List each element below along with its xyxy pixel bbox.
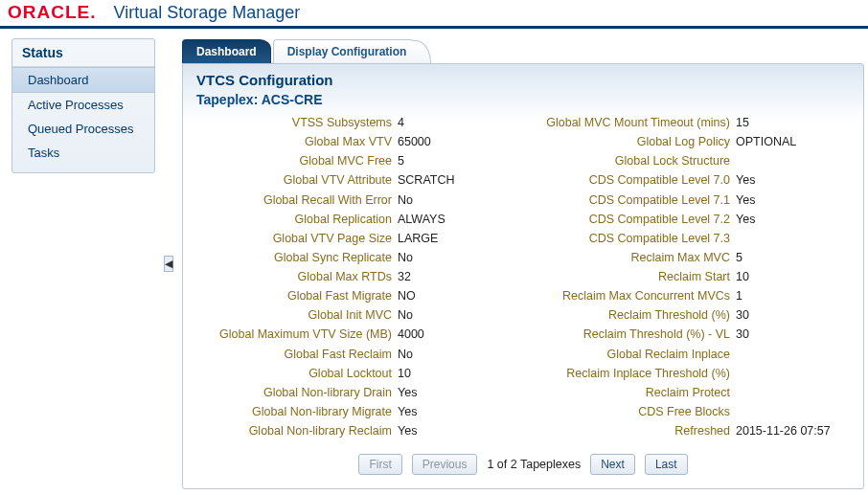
config-label: CDS Compatible Level 7.3 — [535, 230, 736, 247]
tab-strip: DashboardDisplay Configuration — [182, 38, 864, 63]
sidebar-title: Status — [12, 39, 154, 67]
config-value: 30 — [736, 326, 749, 343]
config-value: Yes — [736, 211, 755, 228]
config-value: 30 — [736, 306, 749, 324]
config-value: 5 — [398, 152, 404, 169]
config-row: Global Max VTV65000 — [196, 132, 512, 151]
config-row: Global Non-library MigrateYes — [196, 402, 512, 421]
config-value: ALWAYS — [398, 211, 445, 228]
config-column-left: VTSS Subsystems4Global Max VTV65000Globa… — [196, 113, 512, 440]
sidebar: Status DashboardActive ProcessesQueued P… — [11, 38, 155, 173]
tab-dashboard[interactable]: Dashboard — [182, 39, 271, 63]
config-row: Global Maximum VTV Size (MB)4000 — [196, 325, 512, 344]
config-label: Reclaim Max MVC — [535, 249, 736, 266]
pager: First Previous 1 of 2 Tapeplexes Next La… — [196, 454, 850, 475]
sidebar-item-queued-processes[interactable]: Queued Processes — [12, 117, 154, 141]
config-row: Refreshed2015-11-26 07:57 — [535, 421, 850, 440]
config-label: Global Fast Reclaim — [196, 346, 398, 363]
config-label: Global Max RTDs — [196, 268, 398, 285]
sidebar-item-dashboard[interactable]: Dashboard — [12, 67, 154, 93]
config-label: VTSS Subsystems — [196, 114, 398, 131]
config-value: 32 — [398, 268, 411, 285]
config-row: Reclaim Inplace Threshold (%) — [535, 364, 850, 383]
config-value: No — [398, 346, 413, 363]
top-bar: ORACLE. Virtual Storage Manager — [0, 0, 868, 29]
config-value: 65000 — [398, 133, 431, 150]
config-row: Global Log PolicyOPTIONAL — [535, 132, 850, 151]
config-value: Yes — [736, 171, 755, 189]
config-row: Global Non-library DrainYes — [196, 383, 512, 402]
config-column-right: Global MVC Mount Timeout (mins)15Global … — [535, 113, 850, 440]
config-row: CDS Compatible Level 7.3 — [535, 229, 850, 248]
config-label: Reclaim Start — [535, 268, 736, 285]
config-row: Global Init MVCNo — [196, 305, 512, 325]
config-row: CDS Free Blocks — [535, 402, 850, 421]
config-value: No — [398, 306, 413, 324]
config-label: Global Non-library Reclaim — [196, 422, 398, 439]
config-label: Global Reclaim Inplace — [535, 346, 736, 363]
config-value: 4 — [398, 114, 404, 131]
app-title: Virtual Storage Manager — [114, 3, 301, 23]
config-label: Global Maximum VTV Size (MB) — [196, 326, 398, 343]
config-label: Global VTV Page Size — [196, 230, 398, 247]
config-row: Reclaim Max Concurrent MVCs1 — [535, 286, 850, 305]
config-value: 5 — [736, 249, 742, 266]
collapse-handle-icon[interactable]: ◀ — [164, 256, 173, 272]
config-label: Global Log Policy — [535, 133, 736, 150]
tab-display-configuration[interactable]: Display Configuration — [273, 39, 422, 63]
config-label: Reclaim Threshold (%) - VL — [535, 326, 736, 343]
config-row: Global MVC Free5 — [196, 151, 512, 170]
config-label: Refreshed — [535, 422, 736, 439]
sidebar-item-tasks[interactable]: Tasks — [12, 141, 154, 165]
config-value: Yes — [398, 422, 417, 439]
previous-button[interactable]: Previous — [412, 454, 478, 475]
config-row: Global Max RTDs32 — [196, 267, 512, 286]
config-row: CDS Compatible Level 7.2Yes — [535, 210, 850, 229]
config-row: Reclaim Threshold (%)30 — [535, 305, 850, 325]
config-row: Reclaim Threshold (%) - VL30 — [535, 325, 850, 344]
config-label: Global MVC Mount Timeout (mins) — [535, 114, 736, 131]
config-row: Reclaim Start10 — [535, 267, 850, 286]
config-label: CDS Compatible Level 7.1 — [535, 191, 736, 209]
config-row: Reclaim Protect — [535, 383, 850, 402]
config-row: Global MVC Mount Timeout (mins)15 — [535, 113, 850, 132]
config-label: CDS Compatible Level 7.2 — [535, 211, 736, 228]
config-label: Global Init MVC — [196, 306, 398, 324]
config-label: Reclaim Threshold (%) — [535, 306, 736, 324]
config-row: CDS Compatible Level 7.0Yes — [535, 170, 850, 190]
next-button[interactable]: Next — [590, 454, 635, 475]
pager-status: 1 of 2 Tapeplexes — [487, 458, 581, 471]
last-button[interactable]: Last — [645, 454, 688, 475]
panel-title: VTCS Configuration — [196, 72, 850, 88]
config-value: Yes — [398, 403, 417, 420]
config-row: Global Locktout10 — [196, 364, 512, 383]
config-row: Global Non-library ReclaimYes — [196, 421, 512, 440]
first-button[interactable]: First — [358, 454, 401, 475]
config-value: 10 — [736, 268, 749, 285]
config-row: Global Reclaim Inplace — [535, 345, 850, 364]
config-label: Global Max VTV — [196, 133, 398, 150]
config-row: CDS Compatible Level 7.1Yes — [535, 191, 850, 210]
config-value: Yes — [736, 191, 755, 209]
config-value: NO — [398, 287, 416, 304]
config-value: No — [398, 191, 413, 209]
config-label: Global Lock Structure — [535, 152, 736, 169]
config-label: Reclaim Inplace Threshold (%) — [535, 365, 736, 382]
config-label: Global Replication — [196, 211, 398, 228]
config-value: Yes — [398, 384, 417, 401]
tapeplex-name: Tapeplex: ACS-CRE — [196, 92, 850, 107]
config-value: 2015-11-26 07:57 — [736, 422, 831, 439]
config-value: 10 — [398, 365, 411, 382]
config-row: Reclaim Max MVC5 — [535, 248, 850, 267]
config-panel: VTCS Configuration Tapeplex: ACS-CRE VTS… — [182, 63, 864, 489]
config-row: Global VTV AttributeSCRATCH — [196, 170, 512, 190]
config-label: Global MVC Free — [196, 152, 398, 169]
config-label: Reclaim Max Concurrent MVCs — [535, 287, 736, 304]
config-row: Global Sync ReplicateNo — [196, 248, 512, 267]
config-label: Global VTV Attribute — [196, 171, 398, 189]
config-label: Global Non-library Migrate — [196, 403, 398, 420]
config-value: 4000 — [398, 326, 424, 343]
config-label: Global Locktout — [196, 365, 398, 382]
config-row: Global Recall With ErrorNo — [196, 191, 512, 210]
sidebar-item-active-processes[interactable]: Active Processes — [12, 93, 154, 117]
